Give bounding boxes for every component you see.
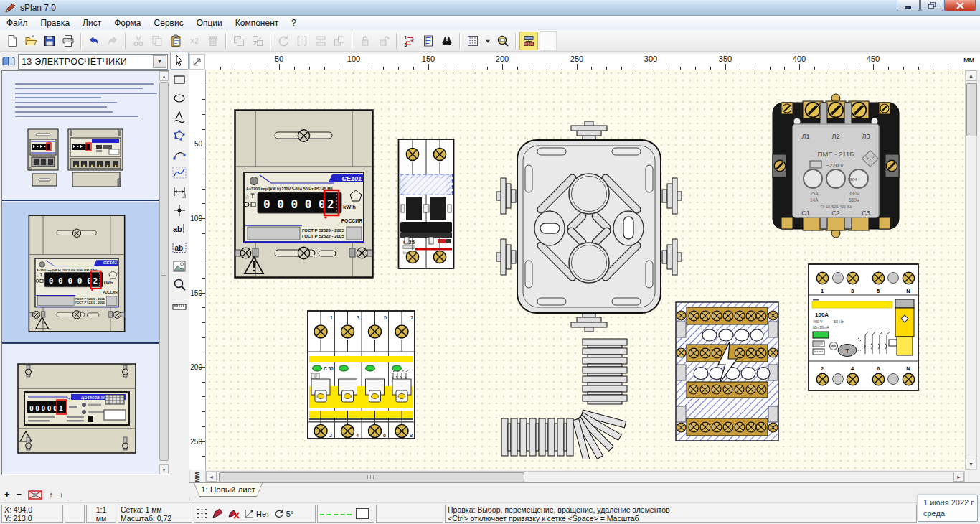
tool-special-shape[interactable] [170,108,189,126]
tool-measure[interactable] [170,294,189,312]
rectangle-icon [171,72,187,88]
zoom-in-button[interactable]: + [4,490,10,500]
preview-size-button[interactable] [28,490,42,500]
scroll-up-arrow[interactable]: ▲ [159,71,169,81]
empty-cell-1 [65,505,85,523]
link-components-button[interactable] [519,32,538,50]
menu-file[interactable]: Файл [0,17,34,29]
vertical-ruler-unit: мм [189,470,205,483]
library-item-description[interactable] [2,71,159,201]
undo-button[interactable] [85,32,103,50]
library-item-ce6803[interactable]: ЦЭ6803В М7 Р31 000001 [2,345,159,474]
menu-help[interactable]: ? [285,17,303,29]
grid-button[interactable] [463,32,482,50]
hint-text: Правка: Выбор, перемещение, вращение, уд… [445,505,917,523]
new-document-button[interactable] [3,32,22,50]
component-ce101-meter[interactable] [234,109,374,279]
canvas-vertical-scrollbar[interactable]: ▲ ▼ [965,70,977,470]
component-library-list: ЦЭ6803В М7 Р31 000001 [1,70,169,475]
svg-text:2: 2 [821,365,824,372]
vertical-scroll-thumb[interactable] [966,83,977,136]
weekday-line: среда [923,508,977,519]
library-dropdown-arrow[interactable]: ▼ [153,55,166,68]
close-button[interactable] [944,0,976,11]
menu-component[interactable]: Компонент [229,17,286,29]
grid-icon[interactable] [197,508,207,519]
tool-zoom-region[interactable] [170,276,189,294]
scroll-up-arrow[interactable]: ▲ [966,70,976,81]
zoom-out-button[interactable]: − [17,490,22,500]
meter3-counter: 000001 [29,404,65,412]
grid-settings: Сетка: 1 ммМасштаб: 0,72 [118,505,192,523]
minimize-button[interactable] [897,0,920,11]
open-file-icon [24,34,37,47]
svg-text:IΔn 30mA: IΔn 30mA [813,325,829,329]
component-contactor-pme211[interactable]: Л1 Л2 Л3 ПМЕ - 211Б ~220 v 1984 25А 380V… [768,91,903,240]
library-item-ce101[interactable] [2,202,159,344]
component-junction-box[interactable] [496,121,682,332]
angle-mode-value[interactable]: Нет [256,510,270,518]
tool-ellipse[interactable] [170,89,189,107]
angle-icon[interactable] [244,509,254,518]
component-list-button[interactable] [419,32,438,50]
save-file-button[interactable] [40,32,59,50]
lock-icon [359,34,372,47]
rotate-step-value[interactable]: 5° [286,510,294,518]
menu-service[interactable]: Сервис [148,17,190,29]
tool-dimension[interactable] [170,182,189,200]
menu-form[interactable]: Форма [108,17,147,29]
grid-icon [466,34,479,47]
horizontal-scroll-thumb[interactable] [219,472,524,482]
paste-button[interactable] [166,32,185,50]
scroll-thumb[interactable] [159,82,169,461]
canvas-horizontal-scrollbar[interactable]: ◄ ► [205,471,965,482]
tool-polygon[interactable] [170,126,189,144]
library-scrollbar[interactable]: ▲ ▼ [159,71,169,474]
snap-pen-off-icon[interactable] [227,508,240,519]
rotate-step-icon[interactable] [274,509,284,518]
renumber-button[interactable]: 123 [400,32,419,50]
print-button[interactable] [59,32,77,50]
svg-text:~220 v: ~220 v [826,162,843,169]
search-button[interactable] [438,32,456,50]
tool-text-label[interactable]: ab [170,220,189,238]
zoom-region-icon [171,277,187,293]
fill-color-sample[interactable] [356,508,369,519]
menu-sheet[interactable]: Лист [76,17,108,29]
line-style-sample[interactable] [320,514,352,515]
component-rcd[interactable]: 1 3 5 N 100A 400 V~ 50 Hz IΔn 30mA [808,263,919,391]
scroll-down-arrow[interactable]: ▼ [159,464,169,474]
tool-pointer[interactable] [170,52,189,70]
tool-rectangle[interactable] [170,70,189,88]
copy-button [148,32,166,50]
menu-edit[interactable]: Правка [34,17,77,29]
scroll-down-arrow[interactable]: ▼ [966,459,976,469]
status-bar: X: 494,0Y: 213,0 1:1мм Сетка: 1 ммМасшта… [0,502,980,524]
component-terminal-block[interactable] [675,301,779,441]
zoom-scale-button[interactable] [494,32,512,50]
toolbar-separator [225,33,227,49]
restore-button[interactable] [920,0,943,11]
scroll-left-arrow[interactable]: ◄ [206,472,217,482]
grid-dropdown-button[interactable] [482,32,494,50]
open-file-button[interactable] [22,32,40,50]
component-breaker-2pole[interactable]: C 25 legrand [397,136,455,271]
drawing-canvas[interactable]: C 25 legrand [205,70,965,470]
tool-node[interactable] [170,201,189,219]
tool-image[interactable] [170,257,189,275]
scroll-right-arrow[interactable]: ► [953,472,964,482]
search-icon [440,34,453,47]
tool-freehand[interactable] [170,164,189,182]
menu-options[interactable]: Опции [190,17,229,29]
tool-bezier[interactable] [170,145,189,163]
renumber-icon: 123 [403,34,416,47]
tool-text-box[interactable]: ab [170,238,189,256]
paste-icon [169,34,182,47]
snap-pen-icon[interactable] [212,508,223,519]
move-down-button[interactable]: ↓ [60,490,64,500]
move-up-button[interactable]: ↑ [49,490,53,500]
component-library-select[interactable]: 13 ЭЛЕКТРОСЧЁТЧИКИ ▼ [18,54,168,70]
sheet-tab[interactable]: 1: Новый лист [194,483,263,497]
component-breaker-4pole[interactable]: 1 3 5 7 C 50 [307,310,415,439]
component-flexible-conduit[interactable] [496,337,639,459]
